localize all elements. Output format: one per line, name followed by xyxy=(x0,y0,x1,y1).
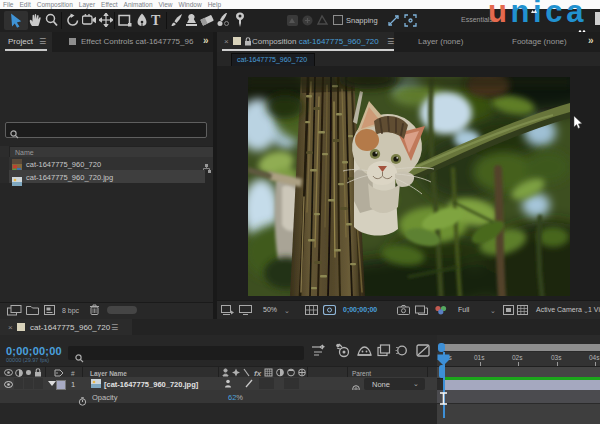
svg-text:fx: fx xyxy=(254,369,262,378)
